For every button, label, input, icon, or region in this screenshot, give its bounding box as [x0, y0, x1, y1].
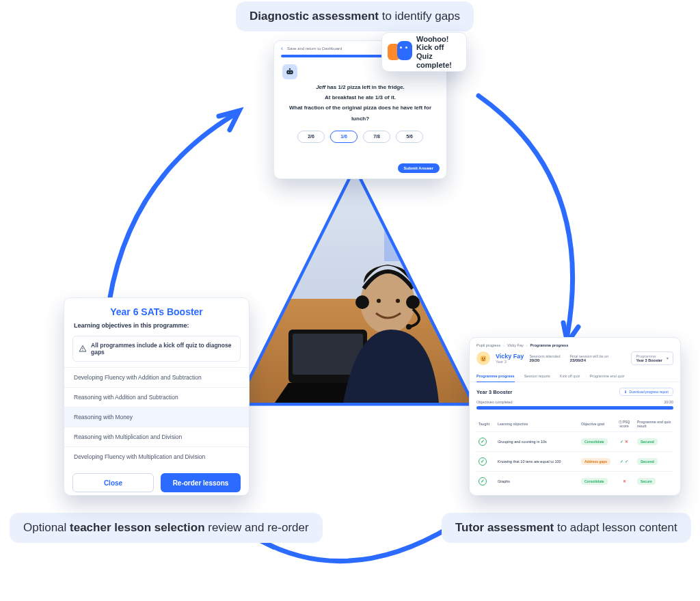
psq-score: ✓ ✓: [613, 452, 635, 472]
mascot-icon: [388, 40, 412, 64]
svg-point-10: [406, 324, 412, 330]
svg-point-20: [482, 358, 483, 359]
result-badge: Secure: [637, 478, 656, 485]
psq-score: ✕: [613, 472, 635, 492]
svg-rect-17: [83, 348, 83, 350]
download-icon: ⬇: [624, 390, 627, 394]
svg-rect-14: [289, 68, 291, 70]
taught-check-icon: ✓: [479, 457, 487, 466]
tab-programme-progress[interactable]: Programme progress: [476, 371, 515, 382]
goal-badge: Consolidate: [581, 478, 608, 485]
quiz-question: Jeff has 1/2 pizza left in the fridge. A…: [274, 82, 446, 124]
tab-kick-off-quiz[interactable]: Kick off quiz: [560, 371, 580, 382]
table-row: ✓GraphsConsolidate ✕Secure: [476, 472, 673, 492]
table-row: ✓Knowing that 10 tens are equal to 100Ad…: [476, 452, 673, 472]
submit-answer-button[interactable]: Submit Answer: [398, 163, 440, 173]
taught-check-icon: ✓: [479, 438, 487, 446]
objective-row[interactable]: Developing Fluency with Multiplication a…: [64, 446, 249, 466]
psq-score: ✓ ✕: [613, 432, 635, 452]
kickoff-note: All programmes include a kick off quiz t…: [72, 336, 241, 362]
svg-rect-18: [83, 350, 83, 351]
pupil-year: Year 3: [496, 360, 524, 364]
back-link[interactable]: Save and return to Dashboard: [287, 46, 342, 51]
svg-rect-19: [481, 356, 486, 362]
goal-badge: Address gaps: [581, 458, 610, 465]
caption-diagnostic: Diagnostic assessment to identify gaps: [236, 1, 474, 31]
result-badge: Secured: [637, 458, 658, 465]
svg-point-12: [396, 299, 400, 303]
svg-point-8: [355, 295, 369, 309]
close-button[interactable]: Close: [72, 473, 154, 492]
student-photo-triangle: [234, 165, 476, 408]
svg-point-15: [288, 72, 289, 73]
bot-avatar-icon: [282, 64, 297, 79]
objective-cell: Grouping and counting in 10s: [496, 432, 579, 452]
tab-programme-end-quiz[interactable]: Programme end quiz: [589, 371, 624, 382]
programme-select[interactable]: Programme: Year 3 Booster ▾: [631, 351, 673, 365]
table-row: ✓Grouping and counting in 10sConsolidate…: [476, 432, 673, 452]
caption-teacher-selection: Optional teacher lesson selection review…: [10, 513, 323, 543]
download-report-button[interactable]: ⬇ Download progress report: [619, 388, 673, 396]
section-title: Year 3 Booster: [476, 389, 513, 395]
objective-row[interactable]: Developing Fluency with Addition and Sub…: [64, 367, 249, 387]
objectives-progress-bar: [476, 406, 673, 410]
caption-tutor-assessment: Tutor assessment to adapt lesson content: [442, 513, 691, 543]
objective-cell: Graphs: [496, 472, 579, 492]
objective-row[interactable]: Reasoning with Money: [64, 407, 249, 427]
breadcrumb: Pupil progress› Vicky Fay› Programme pro…: [470, 338, 680, 349]
tutor-assessment-card: Pupil progress› Vicky Fay› Programme pro…: [469, 337, 681, 496]
objective-row[interactable]: Reasoning with Addition and Subtraction: [64, 387, 249, 407]
quiz-option[interactable]: 5/6: [396, 131, 423, 143]
goal-badge: Consolidate: [581, 438, 608, 445]
quiz-option[interactable]: 1/6: [330, 131, 358, 143]
pupil-name: Vicky Fay: [496, 353, 524, 360]
svg-point-21: [484, 358, 485, 359]
pupil-avatar-icon: [476, 351, 490, 365]
svg-point-9: [406, 295, 420, 309]
result-badge: Secured: [637, 438, 658, 445]
warning-icon: [79, 345, 87, 353]
quiz-option[interactable]: 7/8: [363, 131, 390, 143]
svg-rect-13: [286, 70, 293, 75]
reorder-lessons-button[interactable]: Re-order lessons: [161, 473, 241, 492]
svg-point-11: [377, 299, 381, 303]
objectives-table: Taught Learning objective Objective goal…: [476, 416, 673, 491]
svg-point-16: [291, 72, 292, 73]
quiz-options: 2/6 1/6 7/8 5/6: [274, 131, 446, 143]
chevron-down-icon: ▾: [667, 356, 669, 360]
quiz-complete-callout: Woohoo! Kick off Quiz complete!: [381, 32, 467, 72]
tab-session-reports[interactable]: Session reports: [524, 371, 550, 382]
quiz-option[interactable]: 2/6: [297, 131, 325, 143]
taught-check-icon: ✓: [479, 477, 487, 485]
objective-row[interactable]: Reasoning with Multiplication and Divisi…: [64, 427, 249, 446]
programme-subtitle: Learning objectives in this programme:: [64, 320, 249, 333]
lesson-selection-card: Year 6 SATs Booster Learning objectives …: [64, 297, 250, 496]
objective-cell: Knowing that 10 tens are equal to 100: [496, 452, 579, 472]
programme-title: Year 6 SATs Booster: [64, 298, 249, 320]
